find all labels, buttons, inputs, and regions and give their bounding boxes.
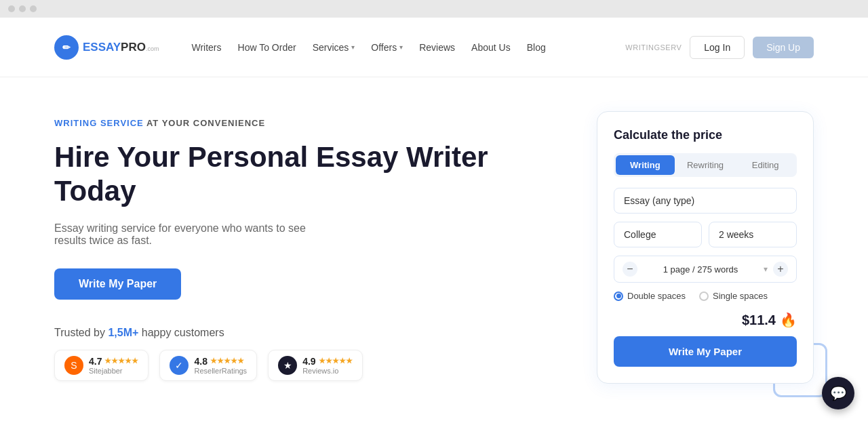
browser-chrome — [0, 0, 868, 18]
reseller-info: 4.8 ★★★★★ ResellerRatings — [194, 356, 247, 375]
price-value: $11.4 — [742, 313, 776, 328]
calc-pages-row: − 1 page / 275 words ▾ + — [614, 256, 797, 283]
pages-plus-button[interactable]: + — [773, 262, 788, 277]
trust-badges: S 4.7 ★★★★★ Sitejabber ✓ — [54, 350, 570, 381]
double-spaces-radio-dot — [614, 291, 623, 301]
services-chevron-icon: ▾ — [351, 43, 355, 51]
signup-button[interactable]: Sign Up — [753, 37, 814, 58]
nav-services[interactable]: Services ▾ — [313, 42, 355, 53]
badge-highlight: WRITING SERVICE — [54, 118, 144, 128]
calc-level-deadline-row: High School College University Master's … — [614, 222, 797, 247]
reseller-icon: ✓ — [170, 356, 189, 375]
reviews-score: 4.9 ★★★★★ — [302, 356, 352, 367]
sitejabber-icon: S — [64, 356, 83, 375]
nav-offers[interactable]: Offers ▾ — [371, 42, 403, 53]
reseller-name: ResellerRatings — [194, 367, 247, 375]
page: ✏ ESSAYPRO.com Writers How To Order Serv… — [0, 18, 868, 423]
double-spaces-radio[interactable]: Double spaces — [614, 291, 686, 301]
reviews-icon: ★ — [278, 356, 297, 375]
single-spaces-label: Single spaces — [713, 291, 768, 301]
calc-tabs: Writing Rewriting Editing — [614, 153, 797, 177]
navbar: ✏ ESSAYPRO.com Writers How To Order Serv… — [0, 18, 868, 77]
hero-write-button[interactable]: Write My Paper — [54, 268, 181, 300]
trust-badge-reviews: ★ 4.9 ★★★★★ Reviews.io — [268, 350, 362, 381]
trust-title: Trusted by 1,5M+ happy customers — [54, 327, 570, 339]
calc-title: Calculate the price — [614, 128, 797, 142]
trust-text-pre: Trusted by — [54, 327, 108, 338]
nav-links: Writers How To Order Services ▾ Offers ▾… — [191, 42, 604, 53]
pages-arrow-icon: ▾ — [764, 264, 768, 274]
reviews-name: Reviews.io — [302, 367, 352, 375]
trust-text-post: happy customers — [142, 327, 224, 338]
calculator: Calculate the price Writing Rewriting Ed… — [597, 111, 814, 384]
academic-level-select[interactable]: High School College University Master's … — [614, 222, 702, 247]
double-spaces-label: Double spaces — [627, 291, 686, 301]
browser-dot-1 — [8, 5, 15, 12]
chat-button[interactable]: 💬 — [822, 377, 854, 409]
logo-icon: ✏ — [54, 35, 79, 60]
browser-dot-3 — [30, 5, 37, 12]
reviews-info: 4.9 ★★★★★ Reviews.io — [302, 356, 352, 375]
reseller-stars: ★★★★★ — [210, 357, 244, 365]
writing-serv-label: WRITINGSERV — [625, 43, 682, 52]
pages-text: 1 page / 275 words — [643, 264, 758, 275]
reviews-stars: ★★★★★ — [319, 357, 353, 365]
badge-normal: AT YOUR CONVENIENCE — [146, 118, 265, 128]
trust-section: Trusted by 1,5M+ happy customers S 4.7 ★… — [54, 327, 570, 381]
sitejabber-score: 4.7 ★★★★★ — [89, 356, 138, 367]
reseller-score: 4.8 ★★★★★ — [194, 356, 247, 367]
hero-subtitle: Essay writing service for everyone who w… — [54, 222, 339, 247]
sitejabber-stars: ★★★★★ — [104, 357, 138, 365]
tab-editing[interactable]: Editing — [736, 155, 795, 175]
calc-price: $11.4 🔥 — [614, 312, 797, 328]
offers-chevron-icon: ▾ — [399, 43, 403, 51]
hero-title: Hire Your Personal Essay Writer Today — [54, 140, 570, 209]
tab-rewriting[interactable]: Rewriting — [676, 155, 735, 175]
chat-icon: 💬 — [830, 385, 847, 401]
pages-minus-button[interactable]: − — [623, 262, 637, 277]
deadline-select[interactable]: 3 hours 6 hours 12 hours 24 hours 2 days… — [709, 222, 797, 247]
single-spaces-radio-dot — [699, 291, 709, 301]
nav-reviews[interactable]: Reviews — [419, 42, 455, 53]
trust-badge-sitejabber: S 4.7 ★★★★★ Sitejabber — [54, 350, 149, 381]
calc-spacing-row: Double spaces Single spaces — [614, 291, 797, 301]
tab-writing[interactable]: Writing — [616, 155, 675, 175]
trust-count: 1,5M+ — [108, 327, 138, 338]
hero-section: WRITING SERVICE AT YOUR CONVENIENCE Hire… — [0, 77, 868, 423]
nav-how-to-order[interactable]: How To Order — [238, 42, 296, 53]
single-spaces-radio[interactable]: Single spaces — [699, 291, 768, 301]
logo-text: ESSAYPRO.com — [83, 41, 159, 54]
fire-icon: 🔥 — [780, 312, 797, 328]
sitejabber-info: 4.7 ★★★★★ Sitejabber — [89, 356, 138, 375]
essay-type-select[interactable]: Essay (any type) Research Paper Term Pap… — [614, 188, 797, 214]
nav-right: WRITINGSERV Log In Sign Up — [625, 36, 814, 59]
logo[interactable]: ✏ ESSAYPRO.com — [54, 35, 159, 60]
nav-writers[interactable]: Writers — [191, 42, 221, 53]
browser-dot-2 — [19, 5, 26, 12]
hero-left: WRITING SERVICE AT YOUR CONVENIENCE Hire… — [54, 104, 570, 381]
hero-badge: WRITING SERVICE AT YOUR CONVENIENCE — [54, 118, 570, 128]
calc-write-button[interactable]: Write My Paper — [614, 336, 797, 367]
calculator-wrap: Calculate the price Writing Rewriting Ed… — [597, 111, 814, 384]
sitejabber-name: Sitejabber — [89, 367, 138, 375]
trust-badge-reseller: ✓ 4.8 ★★★★★ ResellerRatings — [159, 350, 257, 381]
nav-blog[interactable]: Blog — [527, 42, 546, 53]
login-button[interactable]: Log In — [690, 36, 745, 59]
nav-about-us[interactable]: About Us — [471, 42, 511, 53]
